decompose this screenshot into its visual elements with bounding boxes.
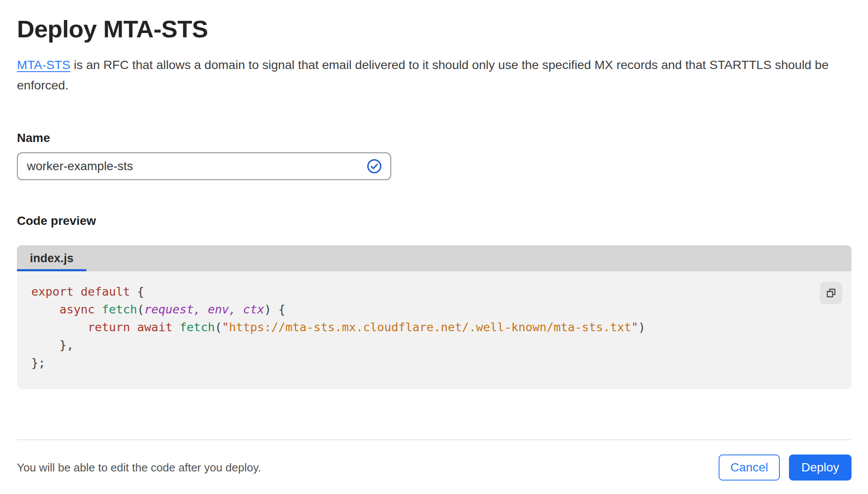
code-line: return await fetch("https://mta-sts.mx.c…	[31, 318, 812, 336]
check-circle-icon	[366, 158, 383, 175]
footer-actions: Cancel Deploy	[719, 454, 851, 481]
footer-bar: You will be able to edit the code after …	[17, 454, 851, 481]
mta-sts-link[interactable]: MTA-STS	[17, 58, 70, 72]
code-line: async fetch(request, env, ctx) {	[31, 300, 812, 318]
tab-label: index.js	[30, 252, 74, 265]
tab-index-js[interactable]: index.js	[17, 245, 86, 271]
deploy-button[interactable]: Deploy	[789, 454, 851, 481]
copy-icon	[825, 287, 837, 299]
name-input-container	[17, 152, 391, 180]
code-line: },	[31, 336, 812, 354]
name-label: Name	[17, 131, 851, 145]
footer-divider	[17, 439, 851, 440]
code-line: };	[31, 354, 812, 372]
deploy-mta-sts-page: Deploy MTA-STS MTA-STS is an RFC that al…	[0, 15, 868, 481]
code-line: export default {	[31, 283, 812, 300]
code-preview-card: index.js export default { async fetch(re…	[17, 245, 851, 389]
code-preview-label: Code preview	[17, 214, 851, 228]
footer-note: You will be able to edit the code after …	[17, 461, 261, 474]
name-input[interactable]	[27, 159, 366, 173]
code-lines: export default { async fetch(request, en…	[31, 283, 812, 372]
description-text: MTA-STS is an RFC that allows a domain t…	[17, 55, 838, 96]
description-body: is an RFC that allows a domain to signal…	[17, 58, 828, 92]
cancel-button[interactable]: Cancel	[719, 454, 780, 481]
code-tab-bar: index.js	[17, 245, 851, 271]
page-title: Deploy MTA-STS	[17, 15, 851, 43]
copy-code-button[interactable]	[820, 282, 842, 304]
code-editor-preview: export default { async fetch(request, en…	[17, 271, 851, 389]
